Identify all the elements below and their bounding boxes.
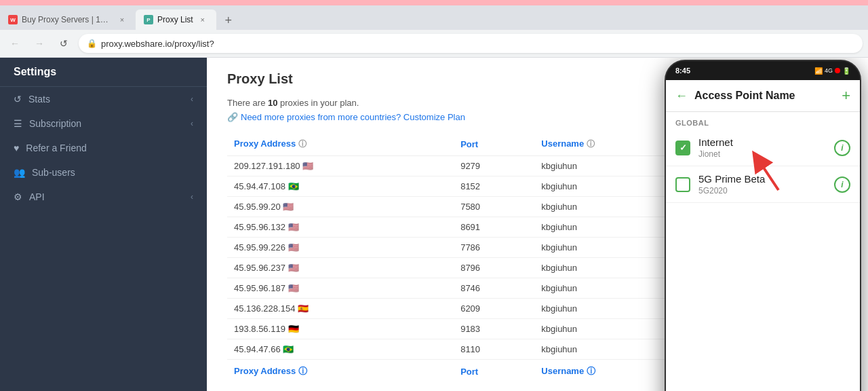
phone-topbar: ← Access Point Name + bbox=[666, 80, 860, 112]
tab-label-2: Proxy List bbox=[157, 15, 193, 24]
port-cell: 7786 bbox=[454, 238, 534, 258]
tab-close-2[interactable]: × bbox=[197, 14, 208, 25]
tab-buy-proxy[interactable]: W Buy Proxy Servers | 100 Proxies... × bbox=[0, 10, 136, 30]
subscription-chevron: ‹ bbox=[191, 119, 193, 128]
phone-add-button[interactable]: + bbox=[842, 87, 850, 105]
header-port: Port bbox=[454, 133, 534, 156]
sidebar-item-subusers-label: Sub-users bbox=[32, 167, 75, 178]
sidebar-item-stats-label: Stats bbox=[28, 94, 50, 105]
subscription-icon: ☰ bbox=[14, 118, 22, 129]
footer-port: Port bbox=[454, 360, 534, 384]
phone-section-label: GLOBAL bbox=[666, 112, 860, 130]
sidebar-item-api-left: ⚙ API bbox=[14, 191, 45, 202]
proxy-address-cell: 45.95.99.226 🇺🇸 bbox=[227, 238, 454, 258]
new-tab-button[interactable]: + bbox=[219, 11, 238, 30]
proxy-address-cell: 45.95.96.237 🇺🇸 bbox=[227, 258, 454, 278]
sidebar-item-api[interactable]: ⚙ API ‹ bbox=[0, 185, 207, 209]
browser-chrome: W Buy Proxy Servers | 100 Proxies... × P… bbox=[0, 5, 868, 58]
battery-icon: 🔋 bbox=[842, 67, 850, 75]
proxy-address-cell: 45.95.96.132 🇺🇸 bbox=[227, 217, 454, 238]
sidebar-header: Settings bbox=[0, 58, 207, 87]
port-cell: 6209 bbox=[454, 299, 534, 319]
port-cell: 8746 bbox=[454, 278, 534, 299]
proxy-address-cell: 209.127.191.180 🇺🇸 bbox=[227, 156, 454, 176]
sidebar-item-stats[interactable]: ↺ Stats ‹ bbox=[0, 87, 207, 111]
header-proxy-address: Proxy Address ⓘ bbox=[227, 133, 454, 156]
apn-name-internet: Internet bbox=[698, 136, 826, 148]
phone-spacer bbox=[666, 203, 860, 391]
port-cell: 8152 bbox=[454, 176, 534, 197]
footer-proxy-address-info-icon[interactable]: ⓘ bbox=[298, 366, 307, 376]
sidebar-item-api-label: API bbox=[29, 191, 45, 202]
reload-button[interactable]: ↺ bbox=[54, 34, 73, 53]
tab-label-1: Buy Proxy Servers | 100 Proxies... bbox=[22, 15, 113, 24]
apn-checkbox-5gprime[interactable] bbox=[675, 177, 690, 192]
proxy-address-cell: 193.8.56.119 🇩🇪 bbox=[227, 319, 454, 339]
lock-icon: 🔒 bbox=[87, 39, 97, 48]
api-chevron: ‹ bbox=[191, 192, 193, 202]
content-wrapper: Proxy List There are 10 proxies in your … bbox=[207, 58, 868, 391]
phone-status-icons: 📶 4G 🔋 bbox=[814, 67, 850, 75]
apn-name-5gprime: 5G Prime Beta bbox=[698, 173, 826, 185]
api-icon: ⚙ bbox=[14, 191, 22, 202]
customize-plan-link[interactable]: Need more proxies from more countries? C… bbox=[241, 112, 465, 122]
tab-favicon-icon-2: P bbox=[146, 17, 150, 23]
plan-link-emoji: 🔗 bbox=[227, 112, 238, 122]
sidebar-item-refer-label: Refer a Friend bbox=[26, 143, 86, 153]
tab-bar: W Buy Proxy Servers | 100 Proxies... × P… bbox=[0, 5, 868, 30]
address-bar-row: ← → ↺ 🔒 proxy.webshare.io/proxy/list? bbox=[0, 30, 868, 57]
apn-item-5gprime[interactable]: 5G Prime Beta 5G2020 i bbox=[666, 166, 860, 203]
phone-screen: ← Access Point Name + GLOBAL Internet Ji… bbox=[666, 80, 860, 391]
refer-icon: ♥ bbox=[14, 143, 19, 153]
main-layout: Settings ↺ Stats ‹ ☰ Subscription ‹ ♥ Re… bbox=[0, 58, 868, 391]
proxy-address-cell: 45.95.96.187 🇺🇸 bbox=[227, 278, 454, 299]
address-text: proxy.webshare.io/proxy/list? bbox=[101, 39, 214, 49]
sidebar: Settings ↺ Stats ‹ ☰ Subscription ‹ ♥ Re… bbox=[0, 58, 207, 391]
stats-icon: ↺ bbox=[14, 94, 22, 105]
sidebar-item-subusers-left: 👥 Sub-users bbox=[14, 167, 75, 178]
phone-back-button[interactable]: ← bbox=[675, 89, 688, 103]
signal-icon: 📶 bbox=[814, 67, 823, 75]
sidebar-item-refer[interactable]: ♥ Refer a Friend bbox=[0, 136, 207, 160]
username-info-icon[interactable]: ⓘ bbox=[587, 139, 595, 149]
pink-top-bar bbox=[0, 0, 868, 5]
apn-item-info-5gprime: 5G Prime Beta 5G2020 bbox=[698, 173, 826, 196]
apn-info-button-5gprime[interactable]: i bbox=[834, 176, 850, 193]
apn-item-info-internet: Internet Jionet bbox=[698, 136, 826, 159]
sidebar-item-subscription-label: Subscription bbox=[29, 118, 81, 129]
port-cell: 7580 bbox=[454, 197, 534, 217]
port-cell: 8110 bbox=[454, 339, 534, 360]
proxy-address-cell: 45.94.47.108 🇧🇷 bbox=[227, 176, 454, 197]
subusers-icon: 👥 bbox=[14, 167, 25, 178]
apn-checkbox-internet[interactable] bbox=[675, 141, 690, 155]
sidebar-item-subscription[interactable]: ☰ Subscription ‹ bbox=[0, 111, 207, 136]
forward-button[interactable]: → bbox=[30, 34, 49, 53]
tab-favicon-2: P bbox=[144, 15, 153, 24]
port-cell: 9183 bbox=[454, 319, 534, 339]
proxy-address-info-icon[interactable]: ⓘ bbox=[298, 139, 307, 149]
port-cell: 8796 bbox=[454, 258, 534, 278]
phone-time: 8:45 bbox=[675, 67, 690, 75]
apn-info-button-internet[interactable]: i bbox=[834, 140, 850, 156]
phone-status-bar: 8:45 📶 4G 🔋 bbox=[666, 61, 860, 80]
sidebar-item-stats-left: ↺ Stats bbox=[14, 94, 50, 105]
proxy-address-cell: 45.94.47.66 🇧🇷 bbox=[227, 339, 454, 360]
tab-close-1[interactable]: × bbox=[117, 14, 127, 25]
phone-overlay: 8:45 📶 4G 🔋 ← Access Point Name + bbox=[658, 58, 868, 391]
back-button[interactable]: ← bbox=[5, 34, 24, 53]
footer-username-info-icon[interactable]: ⓘ bbox=[587, 366, 595, 376]
network-icon: 4G bbox=[825, 67, 833, 74]
footer-proxy-address: Proxy Address ⓘ bbox=[227, 360, 454, 384]
apn-sub-internet: Jionet bbox=[698, 149, 826, 159]
port-cell: 9279 bbox=[454, 156, 534, 176]
address-bar[interactable]: 🔒 proxy.webshare.io/proxy/list? bbox=[79, 34, 863, 53]
sidebar-item-refer-left: ♥ Refer a Friend bbox=[14, 143, 87, 153]
apn-item-internet[interactable]: Internet Jionet i bbox=[666, 130, 860, 166]
sidebar-item-subusers[interactable]: 👥 Sub-users bbox=[0, 160, 207, 185]
tab-favicon-icon-1: W bbox=[10, 17, 16, 23]
proxy-address-cell: 45.136.228.154 🇪🇸 bbox=[227, 299, 454, 319]
battery-red-dot bbox=[835, 68, 840, 73]
tab-proxy-list[interactable]: P Proxy List × bbox=[136, 10, 216, 30]
proxy-address-cell: 45.95.99.20 🇺🇸 bbox=[227, 197, 454, 217]
sidebar-item-subscription-left: ☰ Subscription bbox=[14, 118, 81, 129]
